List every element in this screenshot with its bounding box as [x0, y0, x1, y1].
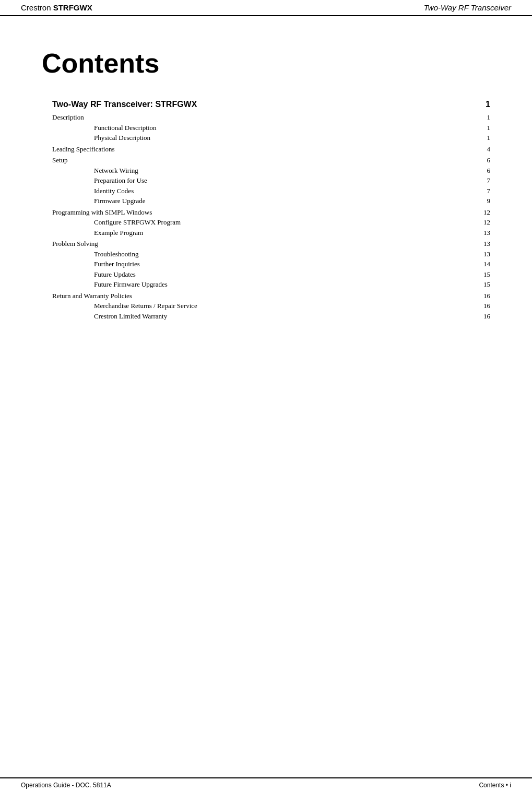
toc-entry-18: Merchandise Returns / Repair Service16 — [52, 301, 490, 311]
table-of-contents: Two-Way RF Transceiver: STRFGWX 1 Descri… — [42, 100, 490, 321]
toc-entry-6: Preparation for Use7 — [52, 175, 490, 186]
model-name: STRFGWX — [53, 3, 92, 12]
toc-entry-page-7: 7 — [475, 186, 490, 196]
toc-entry-text-5: Network Wiring — [94, 166, 475, 176]
toc-entry-13: Troubleshooting13 — [52, 249, 490, 259]
toc-entry-1: Functional Description1 — [52, 123, 490, 133]
main-content: Contents Two-Way RF Transceiver: STRFGWX… — [0, 16, 532, 352]
toc-main-section: Two-Way RF Transceiver: STRFGWX 1 — [52, 100, 490, 109]
toc-entry-page-9: 12 — [475, 207, 490, 218]
toc-entry-page-0: 1 — [475, 112, 490, 123]
toc-entry-text-13: Troubleshooting — [94, 249, 475, 259]
toc-entry-text-17: Return and Warranty Policies — [52, 291, 475, 301]
toc-entry-text-12: Problem Solving — [52, 239, 475, 249]
toc-entry-3: Leading Specifications4 — [52, 144, 490, 155]
toc-entry-text-3: Leading Specifications — [52, 144, 475, 155]
toc-entry-page-17: 16 — [475, 291, 490, 301]
toc-entry-9: Programming with SIMPL Windows12 — [52, 207, 490, 218]
header-left: Crestron STRFGWX — [21, 3, 92, 12]
toc-entry-page-6: 7 — [475, 175, 490, 186]
page-footer: Operations Guide - DOC. 5811A Contents •… — [0, 777, 532, 792]
toc-entry-text-11: Example Program — [94, 228, 475, 238]
page-header: Crestron STRFGWX Two-Way RF Transceiver — [0, 0, 532, 16]
toc-entry-text-16: Future Firmware Upgrades — [94, 279, 475, 290]
header-right: Two-Way RF Transceiver — [424, 3, 511, 12]
toc-entry-2: Physical Description1 — [52, 133, 490, 143]
toc-entry-12: Problem Solving13 — [52, 239, 490, 249]
toc-entry-text-18: Merchandise Returns / Repair Service — [94, 301, 475, 311]
footer-left: Operations Guide - DOC. 5811A — [21, 782, 111, 789]
toc-entry-text-10: Configure STRFGWX Program — [94, 217, 475, 228]
toc-entry-14: Further Inquiries14 — [52, 259, 490, 269]
toc-entry-text-0: Description — [52, 112, 475, 123]
toc-entry-text-14: Further Inquiries — [94, 259, 475, 269]
toc-entry-text-4: Setup — [52, 155, 475, 166]
toc-entry-19: Crestron Limited Warranty16 — [52, 311, 490, 322]
page-title: Contents — [42, 48, 490, 79]
toc-entry-5: Network Wiring6 — [52, 166, 490, 176]
toc-entry-7: Identity Codes7 — [52, 186, 490, 196]
toc-entry-10: Configure STRFGWX Program12 — [52, 217, 490, 228]
toc-main-section-title: Two-Way RF Transceiver: STRFGWX — [52, 100, 197, 109]
toc-entry-page-2: 1 — [475, 133, 490, 143]
toc-entry-page-4: 6 — [475, 155, 490, 166]
toc-entry-0: Description1 — [52, 112, 490, 123]
toc-entry-page-12: 13 — [475, 239, 490, 249]
toc-entry-page-8: 9 — [475, 196, 490, 206]
toc-main-section-page: 1 — [486, 100, 490, 109]
toc-entry-text-2: Physical Description — [94, 133, 475, 143]
toc-entry-text-1: Functional Description — [94, 123, 475, 133]
toc-entry-page-18: 16 — [475, 301, 490, 311]
toc-entry-page-14: 14 — [475, 259, 490, 269]
toc-entry-text-7: Identity Codes — [94, 186, 475, 196]
toc-entry-page-15: 15 — [475, 269, 490, 280]
toc-entry-16: Future Firmware Upgrades15 — [52, 279, 490, 290]
footer-right: Contents • i — [479, 782, 511, 789]
toc-entry-text-6: Preparation for Use — [94, 175, 475, 186]
toc-entry-text-8: Firmware Upgrade — [94, 196, 475, 206]
toc-entry-text-15: Future Updates — [94, 269, 475, 280]
brand-name: Crestron — [21, 3, 51, 12]
toc-entry-text-19: Crestron Limited Warranty — [94, 311, 475, 322]
toc-entry-page-5: 6 — [475, 166, 490, 176]
toc-entry-15: Future Updates15 — [52, 269, 490, 280]
toc-entry-17: Return and Warranty Policies16 — [52, 291, 490, 301]
toc-entry-page-1: 1 — [475, 123, 490, 133]
toc-entry-page-16: 15 — [475, 279, 490, 290]
toc-entry-page-10: 12 — [475, 217, 490, 228]
toc-entry-8: Firmware Upgrade9 — [52, 196, 490, 206]
toc-entry-text-9: Programming with SIMPL Windows — [52, 207, 475, 218]
toc-entry-page-13: 13 — [475, 249, 490, 259]
toc-entry-page-19: 16 — [475, 311, 490, 322]
toc-entry-page-3: 4 — [475, 144, 490, 155]
toc-entry-page-11: 13 — [475, 228, 490, 238]
toc-entries-container: Description1Functional Description1Physi… — [52, 112, 490, 321]
toc-entry-4: Setup6 — [52, 155, 490, 166]
toc-entry-11: Example Program13 — [52, 228, 490, 238]
